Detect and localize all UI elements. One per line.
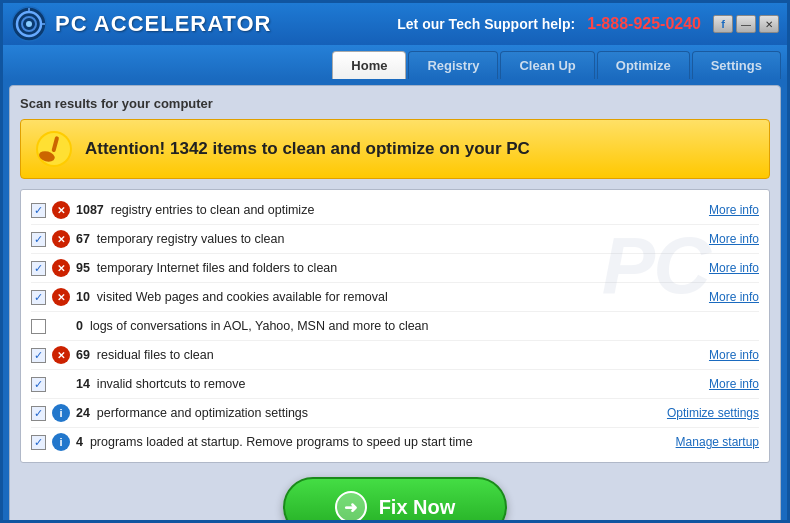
minimize-button[interactable]: — [736, 15, 756, 33]
fix-arrow-icon: ➜ [335, 491, 367, 523]
checkbox-4[interactable] [31, 319, 46, 334]
phone-number: 1-888-925-0240 [587, 15, 701, 33]
close-button[interactable]: ✕ [759, 15, 779, 33]
result-row: 69 residual files to clean More info [31, 341, 759, 370]
checkbox-5[interactable] [31, 348, 46, 363]
error-icon-3 [52, 288, 70, 306]
scan-title: Scan results for your computer [20, 96, 770, 111]
tab-settings[interactable]: Settings [692, 51, 781, 79]
result-text-3: 10 visited Web pages and cookies availab… [76, 290, 703, 304]
main-content: Scan results for your computer Attention… [9, 85, 781, 523]
empty-icon-6 [52, 375, 70, 393]
more-info-6[interactable]: More info [709, 377, 759, 391]
result-text-7: 24 performance and optimization settings [76, 406, 661, 420]
result-row: i 24 performance and optimization settin… [31, 399, 759, 428]
checkbox-3[interactable] [31, 290, 46, 305]
error-icon-1 [52, 230, 70, 248]
info-icon-8: i [52, 433, 70, 451]
result-text-2: 95 temporary Internet files and folders … [76, 261, 703, 275]
alert-text: Attention! 1342 items to clean and optim… [85, 139, 530, 159]
fix-now-button[interactable]: ➜ Fix Now [283, 477, 508, 523]
result-text-6: 14 invalid shortcuts to remove [76, 377, 703, 391]
checkbox-8[interactable] [31, 435, 46, 450]
result-text-1: 67 temporary registry values to clean [76, 232, 703, 246]
results-container: PC 1087 registry entries to clean and op… [20, 189, 770, 463]
result-row: 95 temporary Internet files and folders … [31, 254, 759, 283]
checkbox-7[interactable] [31, 406, 46, 421]
tab-home[interactable]: Home [332, 51, 406, 79]
error-icon-2 [52, 259, 70, 277]
result-text-0: 1087 registry entries to clean and optim… [76, 203, 703, 217]
result-row: 10 visited Web pages and cookies availab… [31, 283, 759, 312]
tab-cleanup[interactable]: Clean Up [500, 51, 594, 79]
logo-area: PC ACCELERATOR [11, 6, 272, 42]
svg-point-3 [26, 21, 32, 27]
checkbox-6[interactable] [31, 377, 46, 392]
manage-startup-link[interactable]: Manage startup [676, 435, 759, 449]
more-info-5[interactable]: More info [709, 348, 759, 362]
fix-now-label: Fix Now [379, 496, 456, 519]
more-info-1[interactable]: More info [709, 232, 759, 246]
facebook-icon[interactable]: f [713, 15, 733, 33]
title-right: Let our Tech Support help: 1-888-925-024… [397, 15, 779, 33]
window-controls: f — ✕ [713, 15, 779, 33]
info-icon-7: i [52, 404, 70, 422]
error-icon-5 [52, 346, 70, 364]
more-info-3[interactable]: More info [709, 290, 759, 304]
more-info-2[interactable]: More info [709, 261, 759, 275]
result-text-5: 69 residual files to clean [76, 348, 703, 362]
result-row: 0 logs of conversations in AOL, Yahoo, M… [31, 312, 759, 341]
fix-now-area: ➜ Fix Now [20, 477, 770, 523]
tab-registry[interactable]: Registry [408, 51, 498, 79]
result-text-4: 0 logs of conversations in AOL, Yahoo, M… [76, 319, 759, 333]
checkbox-1[interactable] [31, 232, 46, 247]
result-text-8: 4 programs loaded at startup. Remove pro… [76, 435, 670, 449]
result-row: 14 invalid shortcuts to remove More info [31, 370, 759, 399]
result-row: i 4 programs loaded at startup. Remove p… [31, 428, 759, 456]
more-info-0[interactable]: More info [709, 203, 759, 217]
error-icon-0 [52, 201, 70, 219]
logo-icon [11, 6, 47, 42]
nav-bar: Home Registry Clean Up Optimize Settings [3, 45, 787, 79]
alert-banner: Attention! 1342 items to clean and optim… [20, 119, 770, 179]
tab-optimize[interactable]: Optimize [597, 51, 690, 79]
result-row: 67 temporary registry values to clean Mo… [31, 225, 759, 254]
optimize-settings-link[interactable]: Optimize settings [667, 406, 759, 420]
title-bar: PC ACCELERATOR Let our Tech Support help… [3, 3, 787, 45]
checkbox-0[interactable] [31, 203, 46, 218]
alert-broom-icon [35, 130, 73, 168]
support-label: Let our Tech Support help: [397, 16, 575, 32]
result-row: 1087 registry entries to clean and optim… [31, 196, 759, 225]
checkbox-2[interactable] [31, 261, 46, 276]
empty-icon-4 [52, 317, 70, 335]
logo-text: PC ACCELERATOR [55, 11, 272, 37]
